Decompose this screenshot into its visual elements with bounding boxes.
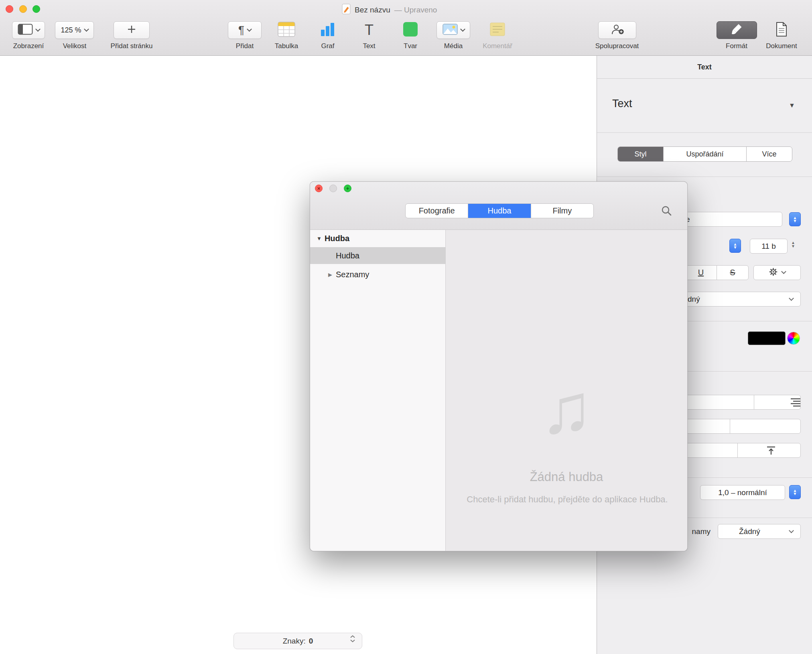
- character-style-value: dný: [688, 295, 700, 304]
- line-spacing-stepper[interactable]: ▲▼: [789, 485, 801, 499]
- zoom-level-value: 125 %: [61, 26, 81, 35]
- format-button[interactable]: [717, 21, 757, 39]
- disclosure-open-icon[interactable]: ▼: [317, 236, 322, 242]
- tab-vice[interactable]: Více: [747, 147, 792, 161]
- gear-icon: [769, 267, 778, 278]
- document-setup-label: Dokument: [766, 42, 797, 50]
- font-size-stepper[interactable]: ▲▼: [791, 241, 795, 248]
- tab-styl[interactable]: Styl: [618, 147, 664, 161]
- table-icon: [278, 22, 295, 39]
- source-item-hudba-selected[interactable]: Hudba: [310, 247, 445, 264]
- font-size-value: 11 b: [761, 242, 776, 251]
- tab-usporadani[interactable]: Uspořádání: [664, 147, 747, 161]
- table-button[interactable]: [278, 21, 295, 39]
- text-box-button[interactable]: T: [365, 21, 374, 39]
- strikethrough-button[interactable]: S: [717, 265, 749, 280]
- media-source-list: ▼ Hudba Hudba ▶ Seznamy: [310, 230, 446, 551]
- insert-button[interactable]: ¶: [228, 21, 262, 39]
- character-count-stepper[interactable]: [350, 635, 355, 642]
- line-spacing-select[interactable]: 1,0 – normální: [700, 485, 785, 500]
- empty-state-title: Žádná hudba: [446, 470, 687, 484]
- inspector-header: Text: [597, 56, 812, 79]
- document-icon: [775, 22, 788, 39]
- color-wheel-button[interactable]: [787, 332, 800, 345]
- chevron-down-icon: [789, 296, 794, 301]
- search-button[interactable]: [660, 205, 672, 218]
- media-label: Média: [444, 42, 463, 50]
- tab-fotografie[interactable]: Fotografie: [406, 204, 468, 218]
- line-spacing-value: 1,0 – normální: [718, 488, 767, 497]
- text-color-swatch[interactable]: [748, 331, 786, 345]
- window-title-status: — Upraveno: [394, 6, 437, 14]
- align-right-button[interactable]: [788, 398, 802, 409]
- character-count-label: Znaky:: [283, 637, 306, 646]
- source-item-seznamy[interactable]: ▶ Seznamy: [310, 266, 445, 283]
- character-count-value: 0: [309, 637, 313, 646]
- window-title: Bez názvu — Upraveno: [342, 4, 437, 16]
- text-box-label: Text: [363, 42, 375, 50]
- media-close-button[interactable]: ×: [315, 185, 323, 192]
- media-browser-body: ▼ Hudba Hudba ▶ Seznamy ♫ Žádná hudba Ch…: [310, 230, 687, 551]
- collaborate-button[interactable]: [598, 21, 636, 39]
- chevron-down-icon: [247, 26, 252, 32]
- chart-icon: [320, 22, 336, 39]
- lists-select[interactable]: Žádný: [718, 524, 801, 539]
- chevron-down-icon: [789, 528, 794, 533]
- comment-button: [490, 21, 505, 39]
- format-label: Formát: [726, 42, 747, 50]
- tab-hudba[interactable]: Hudba: [468, 204, 531, 218]
- media-icon: [443, 24, 458, 37]
- disclosure-closed-icon[interactable]: ▶: [328, 272, 332, 278]
- comment-icon: [490, 22, 505, 38]
- media-content-area: ♫ Žádná hudba Chcete-li přidat hudbu, př…: [446, 230, 687, 551]
- chart-button[interactable]: [320, 21, 336, 39]
- media-minimize-button: [329, 185, 337, 192]
- media-button[interactable]: [436, 21, 470, 39]
- media-zoom-button[interactable]: +: [344, 185, 351, 192]
- comment-label: Komentář: [483, 42, 512, 50]
- plus-icon: [127, 24, 136, 36]
- chevron-down-icon: [781, 269, 786, 274]
- document-file-icon: [342, 4, 351, 16]
- advanced-text-options-button[interactable]: [753, 265, 801, 280]
- table-label: Tabulka: [275, 42, 298, 50]
- media-browser-titlebar: × + Fotografie Hudba Filmy: [310, 182, 687, 230]
- character-count-control[interactable]: Znaky: 0: [233, 633, 362, 649]
- shape-label: Tvar: [404, 42, 417, 50]
- media-browser-window: × + Fotografie Hudba Filmy ▼ Hudba: [310, 181, 688, 551]
- search-icon: [660, 211, 672, 218]
- paintbrush-icon: [731, 23, 743, 37]
- font-style-stepper[interactable]: ▲▼: [729, 239, 741, 253]
- source-group-hudba[interactable]: ▼ Hudba: [310, 232, 445, 245]
- view-label: Zobrazení: [13, 42, 44, 50]
- chart-label: Graf: [321, 42, 334, 50]
- pages-app-window: Bez názvu — Upraveno Zobrazení 125 % Vel…: [0, 0, 812, 654]
- font-size-field[interactable]: 11 b: [750, 239, 788, 254]
- titlebar-toolbar: Bez názvu — Upraveno Zobrazení 125 % Vel…: [0, 0, 812, 56]
- add-page-label: Přidat stránku: [111, 42, 153, 50]
- shape-icon: [403, 22, 418, 39]
- zoom-level-button[interactable]: 125 %: [55, 21, 94, 39]
- view-icon: [18, 24, 33, 37]
- font-family-stepper[interactable]: ▲▼: [789, 212, 801, 226]
- document-setup-button[interactable]: [775, 21, 788, 39]
- zoom-label: Velikost: [63, 42, 87, 50]
- section-disclosure-icon[interactable]: ▼: [789, 102, 795, 109]
- close-window-button[interactable]: [6, 5, 13, 13]
- media-type-tabs: Fotografie Hudba Filmy: [405, 203, 594, 218]
- shape-button[interactable]: [403, 21, 418, 39]
- chevron-down-icon: [460, 26, 465, 32]
- underline-button[interactable]: U: [685, 265, 717, 280]
- lists-value: Žádný: [739, 527, 760, 536]
- empty-state-message: Chcete-li přidat hudbu, přejděte do apli…: [447, 493, 688, 506]
- tab-filmy[interactable]: Filmy: [531, 204, 593, 218]
- zoom-window-button[interactable]: [32, 5, 40, 13]
- minimize-window-button[interactable]: [19, 5, 27, 13]
- add-page-button[interactable]: [114, 21, 150, 39]
- music-note-icon: ♫: [446, 374, 687, 444]
- view-button[interactable]: [12, 21, 45, 39]
- inspector-section-title: Text: [612, 97, 632, 110]
- text-icon: T: [365, 23, 374, 37]
- collaborate-icon: [610, 24, 625, 37]
- raise-baseline-button[interactable]: [765, 446, 777, 457]
